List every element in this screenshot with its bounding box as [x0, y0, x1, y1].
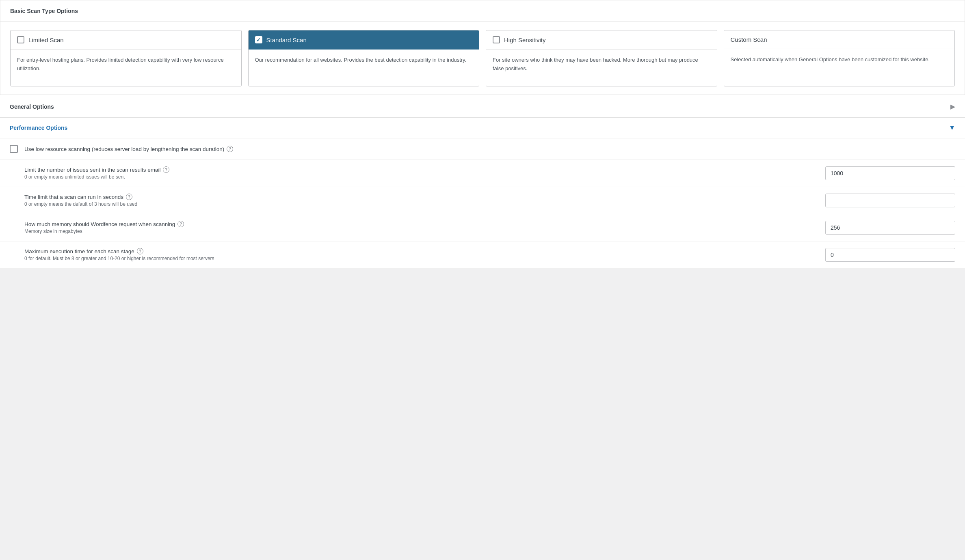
time-limit-row: Time limit that a scan can run in second…: [0, 187, 965, 214]
max-exec-input[interactable]: [825, 248, 955, 262]
low-resource-help-icon[interactable]: ?: [227, 146, 233, 152]
general-options-title: General Options: [10, 103, 54, 110]
high-sensitivity-checkbox[interactable]: [493, 36, 500, 43]
time-limit-label-group: Time limit that a scan can run in second…: [24, 194, 809, 207]
low-resource-label: Use low resource scanning (reduces serve…: [24, 146, 233, 152]
time-limit-help-icon[interactable]: ?: [126, 194, 132, 200]
standard-scan-checkbox[interactable]: [255, 36, 262, 43]
basic-scan-title: Basic Scan Type Options: [0, 0, 965, 22]
standard-scan-label: Standard Scan: [266, 37, 307, 43]
max-exec-row: Maximum execution time for each scan sta…: [0, 241, 965, 269]
custom-scan-label: Custom Scan: [731, 36, 767, 43]
performance-options-chevron-down-icon: ▼: [949, 124, 955, 131]
issue-limit-input[interactable]: [825, 166, 955, 180]
high-sensitivity-label: High Sensitivity: [504, 37, 546, 43]
high-sensitivity-description: For site owners who think they may have …: [486, 50, 717, 86]
performance-options-content: Use low resource scanning (reduces serve…: [0, 138, 965, 269]
scan-card-standard[interactable]: Standard Scan Our recommendation for all…: [248, 30, 480, 86]
issue-limit-row: Limit the number of issues sent in the s…: [0, 160, 965, 187]
memory-help-icon[interactable]: ?: [177, 221, 184, 227]
memory-label-group: How much memory should Wordfence request…: [24, 221, 809, 234]
basic-scan-section: Basic Scan Type Options Limited Scan For…: [0, 0, 965, 95]
scan-cards-container: Limited Scan For entry-level hosting pla…: [0, 22, 965, 95]
scan-card-high-sensitivity-header[interactable]: High Sensitivity: [486, 30, 717, 50]
limited-scan-label: Limited Scan: [28, 37, 64, 43]
scan-card-high-sensitivity[interactable]: High Sensitivity For site owners who thi…: [486, 30, 717, 86]
low-resource-checkbox[interactable]: [10, 145, 18, 153]
memory-row: How much memory should Wordfence request…: [0, 214, 965, 241]
general-options-header[interactable]: General Options ▶: [0, 96, 965, 117]
issue-limit-label: Limit the number of issues sent in the s…: [24, 166, 809, 173]
memory-label: How much memory should Wordfence request…: [24, 221, 809, 227]
scan-card-limited-header[interactable]: Limited Scan: [11, 30, 241, 50]
low-resource-row: Use low resource scanning (reduces serve…: [0, 138, 965, 160]
scan-card-custom[interactable]: Custom Scan Selected automatically when …: [724, 30, 955, 86]
performance-options-section: Performance Options ▼ Use low resource s…: [0, 117, 965, 269]
custom-scan-description: Selected automatically when General Opti…: [724, 49, 955, 86]
issue-limit-label-group: Limit the number of issues sent in the s…: [24, 166, 809, 180]
scan-card-custom-header[interactable]: Custom Scan: [724, 30, 955, 49]
limited-scan-checkbox[interactable]: [17, 36, 24, 43]
max-exec-help-icon[interactable]: ?: [137, 248, 143, 254]
memory-input[interactable]: [825, 221, 955, 235]
standard-scan-description: Our recommendation for all websites. Pro…: [249, 50, 479, 86]
issue-limit-help-icon[interactable]: ?: [163, 166, 169, 173]
performance-options-header[interactable]: Performance Options ▼: [0, 118, 965, 138]
issue-limit-sublabel: 0 or empty means unlimited issues will b…: [24, 174, 809, 180]
scan-card-standard-header[interactable]: Standard Scan: [249, 30, 479, 50]
general-options-section: General Options ▶: [0, 96, 965, 117]
scan-card-limited[interactable]: Limited Scan For entry-level hosting pla…: [10, 30, 242, 86]
max-exec-label-group: Maximum execution time for each scan sta…: [24, 248, 809, 261]
performance-options-title: Performance Options: [10, 125, 67, 131]
max-exec-sublabel: 0 for default. Must be 8 or greater and …: [24, 256, 809, 261]
scan-cards-grid: Limited Scan For entry-level hosting pla…: [10, 30, 955, 86]
time-limit-sublabel: 0 or empty means the default of 3 hours …: [24, 201, 809, 207]
general-options-chevron-right-icon: ▶: [950, 103, 955, 110]
max-exec-label: Maximum execution time for each scan sta…: [24, 248, 809, 254]
memory-sublabel: Memory size in megabytes: [24, 228, 809, 234]
time-limit-input[interactable]: [825, 194, 955, 207]
limited-scan-description: For entry-level hosting plans. Provides …: [11, 50, 241, 86]
time-limit-label: Time limit that a scan can run in second…: [24, 194, 809, 200]
